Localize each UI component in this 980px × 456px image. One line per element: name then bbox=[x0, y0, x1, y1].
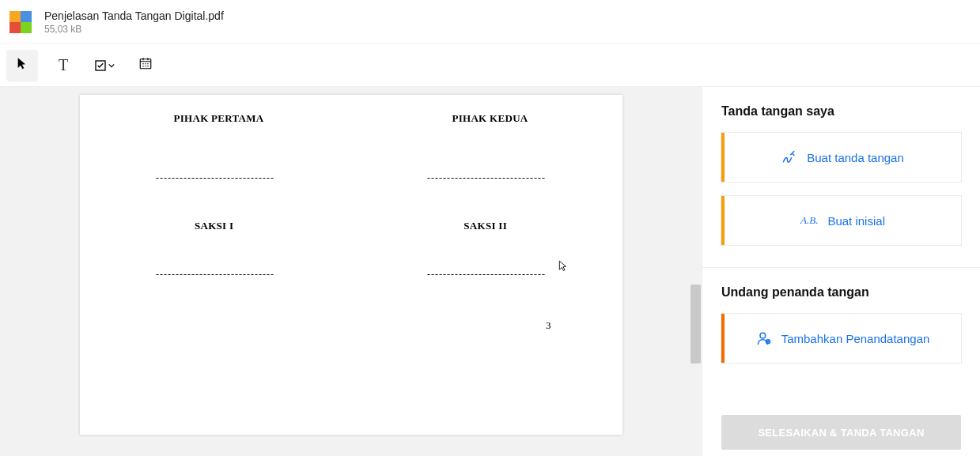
section-title-my-signature: Tanda tangan saya bbox=[721, 104, 961, 119]
tool-date[interactable] bbox=[130, 50, 161, 81]
panel-divider bbox=[702, 267, 980, 268]
app-logo bbox=[9, 11, 32, 33]
toolbar: T bbox=[0, 44, 980, 87]
party-right-bottom: SAKSI II bbox=[464, 220, 507, 232]
text-icon: T bbox=[59, 56, 68, 74]
create-signature-label: Buat tanda tangan bbox=[807, 151, 904, 164]
file-meta: Penjelasan Tanda Tangan Digital.pdf 55,0… bbox=[44, 9, 224, 35]
checkbox-dropdown-icon bbox=[94, 59, 115, 72]
calendar-icon bbox=[138, 56, 153, 74]
create-signature-card[interactable]: Buat tanda tangan bbox=[721, 133, 961, 182]
signature-line: ------------------------------ bbox=[156, 269, 274, 281]
party-left-bottom: SAKSI I bbox=[195, 220, 233, 232]
initials-icon: A.B. bbox=[800, 214, 818, 227]
party-right-top: PIHAK KEDUA bbox=[452, 112, 528, 125]
pdf-page: PIHAK PERTAMA PIHAK KEDUA --------------… bbox=[80, 95, 622, 435]
pointer-icon bbox=[16, 57, 28, 73]
app-header: Penjelasan Tanda Tangan Digital.pdf 55,0… bbox=[0, 0, 980, 44]
file-name: Penjelasan Tanda Tangan Digital.pdf bbox=[44, 9, 224, 22]
signature-line: ------------------------------ bbox=[427, 172, 546, 184]
party-left-top: PIHAK PERTAMA bbox=[173, 112, 263, 125]
add-signer-card[interactable]: Tambahkan Penandatangan bbox=[721, 314, 961, 363]
document-viewer[interactable]: PIHAK PERTAMA PIHAK KEDUA --------------… bbox=[0, 87, 702, 456]
side-panel: Tanda tangan saya Buat tanda tangan A.B.… bbox=[702, 87, 980, 456]
tool-checkbox[interactable] bbox=[89, 50, 120, 81]
file-size: 55,03 kB bbox=[44, 24, 224, 35]
page-number: 3 bbox=[546, 319, 551, 332]
signature-line: ------------------------------ bbox=[156, 172, 274, 184]
svg-point-2 bbox=[760, 333, 766, 338]
tool-pointer[interactable] bbox=[6, 50, 38, 81]
section-title-invite: Undang penanda tangan bbox=[721, 285, 961, 300]
finish-and-sign-button[interactable]: SELESAIKAN & TANDA TANGAN bbox=[721, 415, 961, 450]
add-signer-label: Tambahkan Penandatangan bbox=[781, 332, 930, 345]
add-person-icon bbox=[756, 330, 772, 346]
create-initials-label: Buat inisial bbox=[827, 214, 885, 228]
main-area: PIHAK PERTAMA PIHAK KEDUA --------------… bbox=[0, 87, 980, 456]
chevron-down-icon bbox=[108, 62, 115, 69]
vertical-scrollbar[interactable] bbox=[690, 87, 702, 456]
signature-icon bbox=[781, 149, 797, 165]
signature-line: ------------------------------ bbox=[427, 269, 546, 281]
create-initials-card[interactable]: A.B. Buat inisial bbox=[721, 196, 961, 245]
scrollbar-thumb[interactable] bbox=[691, 285, 701, 364]
tool-text[interactable]: T bbox=[47, 50, 79, 81]
